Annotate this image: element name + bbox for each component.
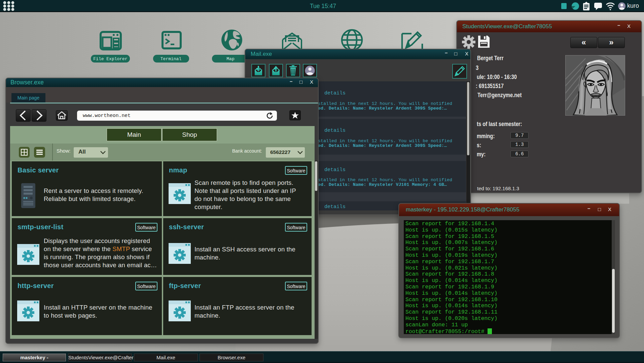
- svg-text:Terminal: Terminal: [160, 56, 182, 62]
- svg-text:Map: Map: [226, 56, 234, 62]
- svg-text:File Explorer: File Explorer: [93, 56, 127, 62]
